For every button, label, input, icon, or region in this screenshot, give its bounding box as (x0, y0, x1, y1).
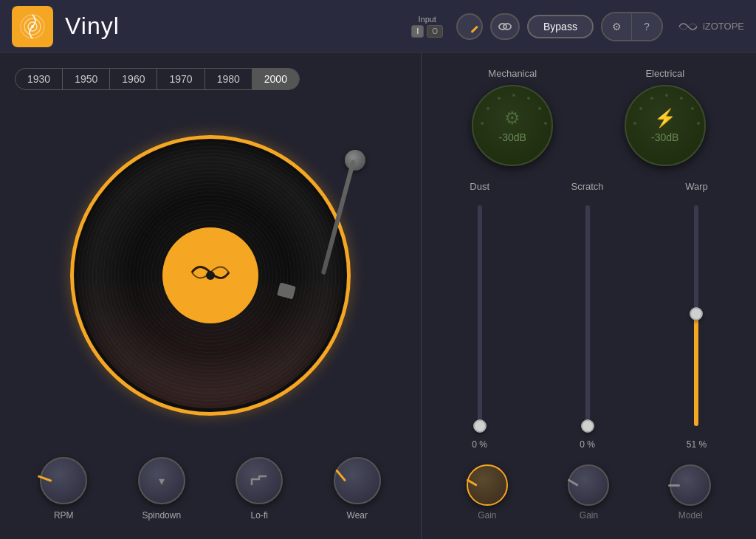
svg-point-13 (665, 94, 668, 97)
scratch-slider-group: Scratch 0 % (571, 181, 604, 450)
gear-icon: ⚙ (612, 21, 622, 32)
lofi-knob[interactable] (236, 457, 283, 504)
bottom-controls: RPM ▾ Spindown Lo-fi (15, 446, 406, 524)
main-content: 1930 1950 1960 1970 1980 2000 (0, 53, 756, 539)
rpm-label: RPM (54, 510, 74, 521)
help-icon: ? (644, 21, 650, 32)
svg-point-16 (697, 122, 700, 125)
dust-value: 0 % (472, 439, 487, 450)
era-buttons: 1930 1950 1960 1970 1980 2000 (15, 68, 300, 90)
era-1960[interactable]: 1960 (110, 69, 157, 89)
dust-gain-group: Gain (467, 464, 508, 521)
izotope-brand: iZOTOPE (678, 19, 744, 34)
svg-point-19 (650, 97, 653, 100)
record-label (162, 227, 258, 323)
dust-gain-needle (466, 478, 477, 487)
wear-knob[interactable] (334, 457, 381, 504)
scratch-slider-thumb[interactable] (581, 419, 594, 433)
turntable-container (15, 105, 406, 446)
spindown-group: ▾ Spindown (138, 457, 185, 521)
wear-label: Wear (347, 510, 368, 521)
input-group: Input I O (411, 15, 443, 38)
sliders-section: Dust 0 % Scratch 0 % Warp (436, 181, 741, 450)
svg-point-7 (527, 97, 530, 100)
wear-needle (335, 469, 346, 481)
record-hole (206, 271, 215, 280)
lofi-group: Lo-fi (236, 457, 283, 521)
settings-help-group: ⚙ ? (601, 12, 663, 41)
svg-point-18 (639, 107, 642, 110)
right-panel: Mechanical ⚙ -30dB (422, 53, 756, 539)
rpm-group: RPM (40, 457, 87, 521)
scratch-slider-track[interactable] (585, 205, 590, 426)
svg-point-9 (544, 122, 547, 125)
svg-point-8 (538, 107, 541, 110)
gain-row: Gain Gain Model (436, 464, 741, 524)
era-2000[interactable]: 2000 (252, 69, 299, 89)
warp-slider-fill (694, 314, 698, 426)
knob-indicator (470, 25, 478, 33)
electrical-label: Electrical (645, 68, 684, 79)
dust-slider-thumb[interactable] (473, 419, 487, 433)
svg-point-17 (633, 122, 636, 125)
page-title: Vinyl (65, 13, 120, 40)
svg-point-10 (481, 122, 484, 125)
link-button[interactable] (490, 13, 520, 40)
input-label: Input (418, 15, 436, 24)
wear-group: Wear (334, 457, 381, 521)
app-header: Vinyl Input I O Bypass ⚙ ? (0, 0, 756, 53)
rpm-knob[interactable] (40, 457, 87, 504)
scratch-value: 0 % (580, 439, 595, 450)
warp-slider-thumb[interactable] (690, 307, 703, 320)
brand-label: iZOTOPE (703, 21, 744, 32)
tonearm (284, 150, 373, 298)
app-logo (12, 6, 53, 47)
svg-point-11 (487, 107, 489, 110)
lofi-label: Lo-fi (251, 510, 268, 521)
era-1980[interactable]: 1980 (205, 69, 252, 89)
bypass-button[interactable]: Bypass (527, 15, 594, 38)
dust-slider-group: Dust 0 % (470, 181, 489, 450)
dust-slider-track[interactable] (478, 205, 482, 426)
model-knob[interactable] (670, 464, 711, 506)
mechanical-knob[interactable]: ⚙ -30dB (472, 85, 553, 166)
era-1970[interactable]: 1970 (157, 69, 205, 89)
settings-button[interactable]: ⚙ (602, 13, 632, 40)
turntable (70, 135, 351, 416)
scratch-gain-needle (568, 478, 579, 487)
scratch-gain-group: Gain (568, 464, 609, 521)
model-label: Model (678, 510, 703, 521)
mechanical-label: Mechanical (488, 68, 537, 79)
electrical-knob[interactable]: ⚡ -30dB (625, 85, 706, 166)
warp-slider-label: Warp (685, 181, 708, 192)
model-group: Model (670, 464, 711, 521)
noise-row: Mechanical ⚙ -30dB (436, 68, 741, 166)
help-button[interactable]: ? (632, 13, 662, 40)
era-1930[interactable]: 1930 (16, 69, 63, 89)
input-i-button[interactable]: I (411, 25, 424, 38)
dust-gain-knob[interactable] (467, 464, 508, 506)
era-1950[interactable]: 1950 (63, 69, 110, 89)
spindown-icon: ▾ (159, 474, 165, 488)
io-buttons: I O (411, 25, 443, 38)
left-panel: 1930 1950 1960 1970 1980 2000 (0, 53, 421, 539)
input-knob[interactable] (456, 13, 483, 40)
scratch-gain-label: Gain (580, 510, 598, 521)
spindown-knob[interactable]: ▾ (138, 457, 185, 504)
warp-slider-track[interactable] (694, 205, 698, 426)
dust-slider-label: Dust (470, 181, 489, 192)
svg-point-14 (680, 97, 683, 100)
scratch-gain-knob[interactable] (568, 464, 609, 506)
svg-point-15 (691, 107, 694, 110)
spindown-label: Spindown (142, 510, 181, 521)
tonearm-pivot (345, 150, 365, 171)
warp-slider-group: Warp 51 % (685, 181, 708, 450)
header-controls: Input I O Bypass ⚙ ? (411, 12, 744, 41)
electrical-group: Electrical ⚡ -30dB (625, 68, 706, 166)
scratch-slider-label: Scratch (571, 181, 604, 192)
dust-gain-label: Gain (478, 510, 496, 521)
svg-point-12 (498, 97, 501, 100)
warp-value: 51 % (687, 439, 707, 450)
input-o-button[interactable]: O (427, 25, 443, 38)
model-needle (668, 484, 680, 487)
